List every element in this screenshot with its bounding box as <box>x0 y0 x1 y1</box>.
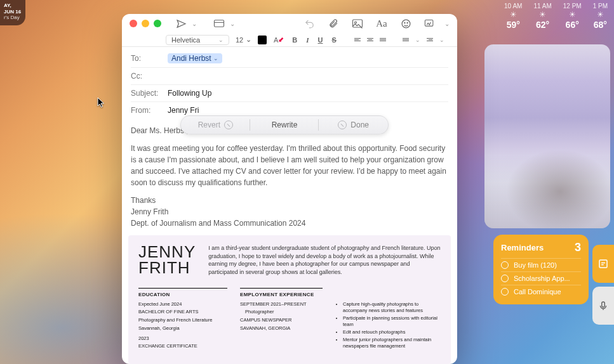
resume-line: Photography and French Literature <box>138 317 227 323</box>
to-row: To: Andi Herbst ⌄ <box>131 49 448 68</box>
svg-rect-3 <box>353 20 363 27</box>
close-button[interactable] <box>130 20 137 27</box>
reminders-widget[interactable]: Reminders 3 Buy film (120) Scholarship A… <box>493 235 589 304</box>
recipient-chip[interactable]: Andi Herbst ⌄ <box>168 53 222 63</box>
writing-tools-pill: Revert Rewrite Done <box>180 115 389 134</box>
weather-hour: 10 AM ☀ 59° <box>504 3 522 30</box>
chevron-down-icon[interactable]: ⌄ <box>415 37 420 43</box>
mail-headers: To: Andi Herbst ⌄ Cc: Subject: Following… <box>122 47 457 119</box>
reminder-item[interactable]: Buy film (120) <box>501 258 581 271</box>
resume-line: SAVANNAH, GEORGIA <box>240 325 323 332</box>
circle-icon[interactable] <box>501 275 509 282</box>
weather-temp: 66° <box>563 20 582 30</box>
mail-body[interactable]: Dear Ms. Herbst, It was great meeting yo… <box>122 119 457 231</box>
chevron-down-icon: ⌄ <box>218 37 224 43</box>
zoom-button[interactable] <box>154 20 161 27</box>
resume-name: JENNY FRITH <box>138 244 196 276</box>
svg-point-7 <box>407 22 408 23</box>
format-icon[interactable]: Aa <box>376 18 387 29</box>
resume-attachment-preview[interactable]: JENNY FRITH I am a third-year student un… <box>128 235 451 364</box>
resume-bullet: Edit and retouch photographs <box>343 329 441 335</box>
list-icon[interactable] <box>403 38 409 41</box>
resume-bullet: Capture high-quality photographs to acco… <box>343 301 441 314</box>
italic-button[interactable]: I <box>305 36 310 44</box>
resume-last-name: FRITH <box>138 260 196 276</box>
subject-row[interactable]: Subject: Following Up <box>131 85 448 102</box>
chevron-down-icon: ⌄ <box>213 55 218 62</box>
cc-row[interactable]: Cc: <box>131 68 448 85</box>
font-select[interactable]: Helvetica ⌄ <box>166 35 229 45</box>
revert-icon <box>224 120 233 129</box>
markup-icon[interactable] <box>424 18 436 29</box>
bold-button[interactable]: B <box>291 36 298 44</box>
window-titlebar: ⌄ ⌄ Aa ⌄ <box>122 14 457 34</box>
align-left-icon[interactable] <box>354 38 361 41</box>
from-label: From: <box>131 106 163 115</box>
cc-label: Cc: <box>131 72 163 81</box>
underline-button[interactable]: U <box>316 36 324 44</box>
send-button[interactable] <box>175 18 187 29</box>
chevron-down-icon[interactable]: ⌄ <box>439 37 444 43</box>
photo-browser-icon[interactable] <box>352 18 363 29</box>
resume-line: Photographer <box>240 309 323 315</box>
calendar-widget[interactable]: AY, JUN 16 r's Day <box>0 0 25 25</box>
attach-icon[interactable] <box>328 18 339 29</box>
reminders-title: Reminders <box>501 243 544 252</box>
done-button[interactable]: Done <box>319 116 388 134</box>
svg-point-5 <box>402 20 410 28</box>
mail-compose-window: ⌄ ⌄ Aa ⌄ <box>122 14 457 364</box>
reminder-label: Buy film (120) <box>514 261 557 269</box>
align-justify-icon[interactable] <box>380 38 386 41</box>
weather-time: 10 AM <box>504 3 522 10</box>
rewrite-button[interactable]: Rewrite <box>250 116 319 134</box>
calendar-date: AY, JUN 16 <box>4 3 22 15</box>
svg-rect-1 <box>602 302 605 307</box>
revert-label: Revert <box>198 120 220 129</box>
emoji-icon[interactable] <box>400 18 411 29</box>
weather-widget[interactable]: 10 AM ☀ 59° 11 AM ☀ 62° 12 PM ☀ 66° 1 PM… <box>504 3 608 30</box>
strikethrough-button[interactable]: S <box>330 36 337 44</box>
resume-line: 2023 <box>138 335 227 342</box>
chevron-down-icon[interactable]: ⌄ <box>230 20 235 27</box>
resume-bio: I am a third-year student undergraduate … <box>208 244 441 276</box>
mouse-cursor-icon <box>97 97 106 108</box>
circle-icon[interactable] <box>501 261 509 269</box>
weather-temp: 62° <box>533 20 551 30</box>
color-swatch[interactable] <box>258 36 267 44</box>
indent-icon[interactable] <box>427 38 433 41</box>
undo-icon[interactable] <box>304 18 315 29</box>
svg-rect-0 <box>599 260 607 268</box>
chevron-down-icon: ⌄ <box>246 36 251 44</box>
font-size-value: 12 <box>236 36 243 44</box>
education-heading: EDUCATION <box>138 288 227 297</box>
reminders-count: 3 <box>575 241 581 254</box>
chevron-down-icon[interactable]: ⌄ <box>192 20 197 27</box>
reminder-label: Call Dominique <box>514 288 561 296</box>
reminder-label: Scholarship App... <box>514 275 570 282</box>
align-center-icon[interactable] <box>367 38 373 41</box>
signature-dept: Dept. of Journalism and Mass Communicati… <box>131 218 448 229</box>
weather-time: 12 PM <box>563 3 582 10</box>
dock-app-reminders[interactable] <box>592 245 614 283</box>
weather-hour: 11 AM ☀ 62° <box>533 3 551 30</box>
minimize-button[interactable] <box>142 20 149 27</box>
done-icon <box>338 120 347 129</box>
resume-line: CAMPUS NEWSPAPER <box>240 317 323 323</box>
svg-rect-2 <box>215 20 224 27</box>
reminder-item[interactable]: Scholarship App... <box>501 271 581 285</box>
text-color-icon[interactable]: A⬋ <box>273 34 284 46</box>
reminder-item[interactable]: Call Dominique <box>501 285 581 298</box>
circle-icon[interactable] <box>501 288 509 296</box>
weather-temp: 59° <box>504 20 522 30</box>
header-fields-button[interactable] <box>213 18 225 29</box>
calendar-event: r's Day <box>4 15 22 21</box>
dock-app-voice-memos[interactable] <box>592 287 614 325</box>
chevron-down-icon[interactable]: ⌄ <box>444 20 450 27</box>
font-name: Helvetica <box>171 36 200 44</box>
revert-button[interactable]: Revert <box>181 116 250 134</box>
font-size-select[interactable]: 12 ⌄ <box>236 36 251 44</box>
resume-line: Expected June 2024 <box>138 301 227 308</box>
sun-icon: ☀ <box>563 11 582 18</box>
photo-widget[interactable] <box>484 44 610 228</box>
weather-hour: 12 PM ☀ 66° <box>563 3 582 30</box>
